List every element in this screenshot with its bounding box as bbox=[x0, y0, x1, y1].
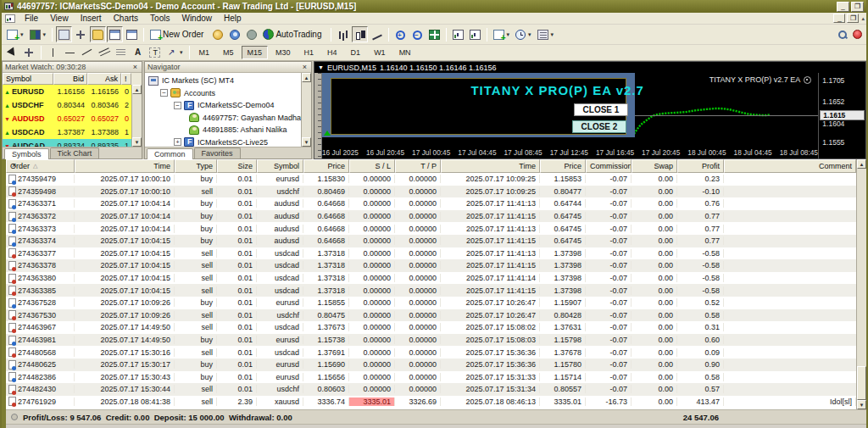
search-icon[interactable] bbox=[837, 30, 848, 40]
terminal-close-icon[interactable]: × bbox=[12, 162, 16, 169]
order-row[interactable]: 2743633722025.07.17 10:04:14buy0.01audus… bbox=[6, 210, 856, 223]
auto-scroll-button[interactable] bbox=[450, 26, 466, 42]
order-row[interactable]: 2744823862025.07.17 15:30:43buy0.01eurus… bbox=[6, 371, 856, 384]
vertical-line-button[interactable] bbox=[45, 45, 61, 61]
market-watch-row[interactable]: ▼AUDCAD0.893340.893351 bbox=[3, 139, 131, 147]
market-watch-row[interactable]: ▲EURUSD1.161561.161560 bbox=[3, 85, 131, 98]
tab-favorites[interactable]: Favorites bbox=[194, 147, 241, 158]
column-s-l[interactable]: S / L bbox=[349, 159, 395, 173]
column-profit[interactable]: Profit bbox=[677, 159, 724, 173]
scroll-up-icon[interactable]: ▲ bbox=[302, 73, 311, 82]
column-ask[interactable]: Ask bbox=[87, 73, 121, 85]
cursor-tool-button[interactable] bbox=[4, 45, 20, 61]
expand-icon[interactable]: + bbox=[174, 138, 181, 146]
deposit-button[interactable] bbox=[209, 26, 225, 42]
terminal-toggle-button[interactable] bbox=[107, 26, 123, 42]
column-t-p[interactable]: T / P bbox=[395, 159, 441, 173]
chart-restore-button[interactable]: ❐ bbox=[847, 14, 859, 23]
column-time[interactable]: Time bbox=[441, 159, 540, 173]
community-button[interactable] bbox=[226, 26, 242, 42]
market-watch-scrollbar[interactable]: ▲ ▼ bbox=[131, 85, 142, 147]
collapse-icon[interactable]: − bbox=[174, 102, 181, 109]
scroll-down-icon[interactable]: ▼ bbox=[857, 400, 866, 409]
minimize-button[interactable]: _ bbox=[837, 2, 849, 12]
column-commission[interactable]: Commission bbox=[586, 159, 632, 173]
timeframe-d1-button[interactable]: D1 bbox=[345, 46, 367, 59]
tab-common[interactable]: Common bbox=[147, 148, 193, 159]
tab-symbols[interactable]: Symbols bbox=[4, 148, 49, 159]
order-row[interactable]: 2744805682025.07.17 15:30:16sell0.01usdc… bbox=[6, 346, 856, 359]
new-order-button[interactable]: New Order bbox=[147, 26, 209, 42]
order-row[interactable]: 2744639672025.07.17 14:49:50sell0.01usdc… bbox=[6, 321, 856, 334]
news-button[interactable] bbox=[243, 26, 259, 42]
column-price[interactable]: Price bbox=[540, 159, 586, 173]
order-row[interactable]: 2744639812025.07.17 14:49:50buy0.01eurus… bbox=[6, 334, 856, 347]
order-row[interactable]: 2743633742025.07.17 10:04:15buy0.01audus… bbox=[6, 235, 856, 247]
crosshair-tool-button[interactable] bbox=[21, 45, 37, 61]
data-window-button[interactable] bbox=[73, 26, 89, 42]
scrollbar-thumb[interactable] bbox=[857, 366, 866, 400]
periods-button[interactable]: ▾ bbox=[513, 26, 534, 42]
order-row[interactable]: 2744806252025.07.17 15:30:17buy0.01eurus… bbox=[6, 359, 856, 371]
order-row[interactable]: 2743633782025.07.17 10:04:15sell0.01usdc… bbox=[6, 259, 856, 272]
new-chart-button[interactable]: ▾ bbox=[4, 26, 26, 42]
timeframe-m5-button[interactable]: M5 bbox=[217, 46, 240, 59]
tile-windows-button[interactable] bbox=[426, 26, 442, 42]
column-comment[interactable]: Comment bbox=[724, 159, 856, 173]
notification-icon[interactable] bbox=[853, 30, 862, 39]
timeframe-w1-button[interactable]: W1 bbox=[368, 46, 392, 59]
order-row[interactable]: 2744824302025.07.17 15:30:44sell0.01usdc… bbox=[6, 383, 856, 396]
column-bid[interactable]: Bid bbox=[53, 73, 87, 85]
market-watch-row[interactable]: ▼AUDUSD0.650270.650270 bbox=[3, 112, 131, 125]
tree-item-accounts[interactable]: −Accounts bbox=[145, 87, 301, 100]
tree-item-44697757-gayashan-madhaw[interactable]: 44697757: Gayashan Madhaw bbox=[145, 112, 301, 125]
text-label-button[interactable] bbox=[147, 45, 163, 61]
column-symbol[interactable]: Symbol bbox=[257, 159, 303, 173]
profiles-button[interactable]: ▾ bbox=[27, 26, 49, 42]
column-alert[interactable]: ! bbox=[121, 73, 131, 85]
bar-chart-button[interactable] bbox=[335, 26, 351, 42]
chart-window-icon[interactable] bbox=[5, 14, 15, 23]
templates-button[interactable]: ▾ bbox=[535, 26, 557, 42]
chart-shift-button[interactable] bbox=[467, 26, 483, 42]
column-type[interactable]: Type bbox=[175, 159, 217, 173]
order-row[interactable]: 2743594982025.07.17 10:00:10sell0.01usdc… bbox=[6, 186, 856, 198]
restore-button[interactable]: ❐ bbox=[851, 2, 864, 12]
autotrading-button[interactable]: AutoTrading bbox=[260, 26, 326, 42]
menu-insert[interactable]: Insert bbox=[75, 13, 108, 24]
zoom-in-button[interactable] bbox=[392, 26, 409, 42]
scroll-up-icon[interactable]: ▲ bbox=[857, 159, 866, 169]
close-2-button[interactable]: CLOSE 2 bbox=[572, 120, 626, 133]
close-1-button[interactable]: CLOSE 1 bbox=[574, 103, 628, 116]
close-icon[interactable]: × bbox=[131, 64, 139, 71]
column-swap[interactable]: Swap bbox=[632, 159, 677, 173]
gear-icon[interactable] bbox=[804, 76, 811, 84]
tree-item-44891885-ashani-nalika[interactable]: 44891885: Ashani Nalika bbox=[145, 124, 301, 136]
order-row[interactable]: 2743594792025.07.17 10:00:10buy0.01eurus… bbox=[6, 173, 856, 186]
column-size[interactable]: Size bbox=[217, 159, 257, 173]
market-watch-row[interactable]: ▲USDCAD1.373871.373881 bbox=[3, 125, 131, 139]
order-row[interactable]: 2743633802025.07.17 10:04:15sell0.01usdc… bbox=[6, 272, 856, 285]
order-row[interactable]: 2743633852025.07.17 10:04:15sell0.01usdc… bbox=[6, 284, 856, 297]
menu-charts[interactable]: Charts bbox=[108, 13, 144, 24]
tab-tick-chart[interactable]: Tick Chart bbox=[50, 147, 100, 158]
menu-view[interactable]: View bbox=[44, 13, 75, 24]
menu-help[interactable]: Help bbox=[218, 13, 248, 24]
market-watch-toggle-button[interactable] bbox=[56, 26, 72, 42]
toolbar-overflow-icon[interactable]: ▴ bbox=[861, 15, 865, 22]
menu-tools[interactable]: Tools bbox=[144, 13, 175, 24]
close-icon[interactable]: × bbox=[301, 64, 309, 71]
collapse-icon[interactable]: − bbox=[160, 89, 168, 97]
order-row[interactable]: 2743675282025.07.17 10:09:26buy0.01eurus… bbox=[6, 297, 856, 309]
chart-dropdown-icon[interactable]: ▼ bbox=[318, 64, 324, 70]
market-watch-row[interactable]: ▲USDCHF0.803440.803462 bbox=[3, 98, 131, 112]
line-chart-button[interactable] bbox=[369, 26, 385, 42]
time-axis[interactable]: 16 Jul 202516 Jul 20:4517 Jul 00:4517 Ju… bbox=[322, 147, 818, 158]
timeframe-h4-button[interactable]: H4 bbox=[321, 46, 343, 59]
timeframe-mn-button[interactable]: MN bbox=[393, 46, 417, 59]
tree-item-icmarketssc-live25[interactable]: +ICMarketsSC-Live25 bbox=[145, 136, 301, 147]
arrows-tool-button[interactable]: ▾ bbox=[164, 45, 186, 61]
order-row[interactable]: 2747619292025.07.18 08:41:38sell2.39xauu… bbox=[6, 396, 856, 409]
price-axis[interactable]: 1.17051.16521.16151.16041.1555 bbox=[818, 73, 865, 158]
candlestick-chart-button[interactable] bbox=[352, 26, 368, 42]
